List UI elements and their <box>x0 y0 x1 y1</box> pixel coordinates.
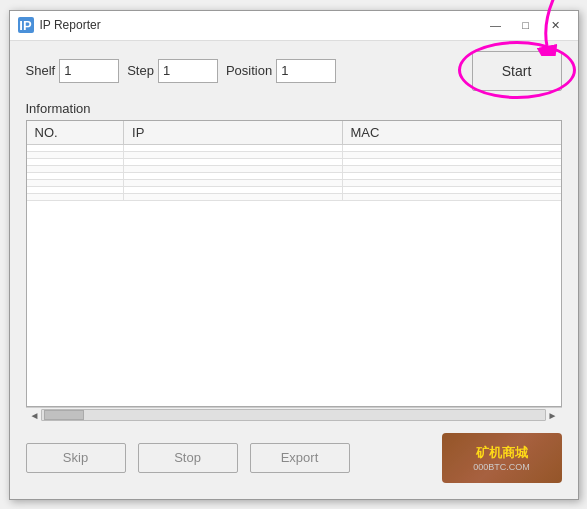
position-input[interactable] <box>276 59 336 83</box>
step-field-group: Step <box>127 59 218 83</box>
shelf-label: Shelf <box>26 63 56 78</box>
table-wrapper[interactable]: NO. IP MAC <box>26 120 562 407</box>
step-input[interactable] <box>158 59 218 83</box>
stop-button[interactable]: Stop <box>138 443 238 473</box>
top-controls: Shelf Step Position <box>26 51 562 91</box>
position-label: Position <box>226 63 272 78</box>
data-table: NO. IP MAC <box>27 121 561 201</box>
maximize-button[interactable]: □ <box>512 15 540 35</box>
minimize-button[interactable]: — <box>482 15 510 35</box>
table-row <box>27 165 561 172</box>
scrollbar-area: ◄ ► <box>26 407 562 423</box>
watermark: 矿机商城 000BTC.COM <box>442 433 562 483</box>
table-row <box>27 151 561 158</box>
start-btn-wrapper: Start <box>472 51 562 91</box>
content-area: Shelf Step Position <box>10 41 578 499</box>
table-row <box>27 144 561 151</box>
horizontal-scrollbar[interactable] <box>41 409 545 421</box>
app-icon: IP <box>18 17 34 33</box>
start-button[interactable]: Start <box>472 51 562 91</box>
info-label: Information <box>26 101 562 116</box>
col-header-no: NO. <box>27 121 124 145</box>
bottom-controls: Skip Stop Export 矿机商城 000BTC.COM <box>26 423 562 489</box>
watermark-line2: 000BTC.COM <box>473 462 530 472</box>
scroll-right-arrow[interactable]: ► <box>548 410 558 421</box>
table-row <box>27 179 561 186</box>
shelf-field-group: Shelf <box>26 59 120 83</box>
skip-button[interactable]: Skip <box>26 443 126 473</box>
step-label: Step <box>127 63 154 78</box>
window-title: IP Reporter <box>40 18 101 32</box>
table-header-row: NO. IP MAC <box>27 121 561 145</box>
scroll-left-arrow[interactable]: ◄ <box>30 410 40 421</box>
close-button[interactable]: ✕ <box>542 15 570 35</box>
shelf-input[interactable] <box>59 59 119 83</box>
watermark-line1: 矿机商城 <box>476 444 528 462</box>
title-bar: IP IP Reporter — □ ✕ <box>10 11 578 41</box>
main-window: IP IP Reporter — □ ✕ Shelf Step Position <box>9 10 579 500</box>
col-header-ip: IP <box>124 121 342 145</box>
title-bar-controls: — □ ✕ <box>482 15 570 35</box>
title-bar-left: IP IP Reporter <box>18 17 101 33</box>
table-row <box>27 186 561 193</box>
table-row <box>27 172 561 179</box>
info-section: Information NO. IP MAC <box>26 101 562 423</box>
position-field-group: Position <box>226 59 336 83</box>
scrollbar-thumb <box>44 410 84 420</box>
table-row <box>27 193 561 200</box>
table-body <box>27 144 561 200</box>
col-header-mac: MAC <box>342 121 560 145</box>
table-row <box>27 158 561 165</box>
export-button[interactable]: Export <box>250 443 350 473</box>
